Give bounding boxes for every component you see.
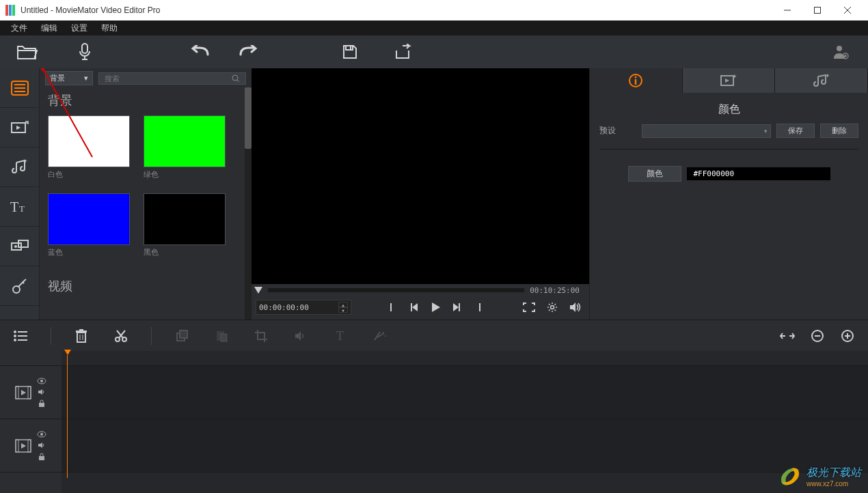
maximize-button[interactable] — [802, 0, 832, 20]
paste-button[interactable] — [212, 326, 231, 346]
speaker-icon[interactable] — [38, 389, 46, 395]
thumb-green[interactable]: 绿色 — [144, 115, 226, 180]
track-header-v1[interactable] — [0, 366, 62, 419]
lock-icon[interactable] — [38, 399, 45, 408]
close-button[interactable] — [832, 0, 863, 20]
fullscreen-button[interactable] — [519, 298, 539, 317]
timeline-menu-button[interactable] — [11, 326, 30, 346]
side-tab-media[interactable] — [0, 68, 39, 108]
speaker-icon[interactable] — [38, 442, 46, 449]
save-button[interactable] — [334, 36, 366, 68]
play-button[interactable] — [426, 298, 445, 317]
color-picker-button[interactable]: 颜色 — [628, 166, 681, 182]
preset-save-button[interactable]: 保存 — [776, 124, 815, 138]
svg-point-38 — [635, 76, 637, 79]
search-input[interactable] — [105, 74, 226, 83]
prev-frame-button[interactable] — [405, 298, 424, 317]
svg-point-66 — [385, 335, 386, 337]
account-button[interactable] — [824, 36, 857, 68]
svg-marker-31 — [432, 302, 440, 312]
thumb-label: 蓝色 — [48, 247, 130, 257]
svg-rect-0 — [5, 5, 8, 16]
cut-button[interactable] — [111, 326, 131, 346]
playhead-marker-icon[interactable] — [254, 287, 262, 294]
color-row: 颜色 #FF000000 — [599, 166, 858, 182]
svg-text:T: T — [19, 203, 25, 214]
record-voice-button[interactable] — [68, 36, 101, 68]
separator — [51, 327, 51, 345]
crop-button[interactable] — [252, 326, 271, 346]
preview-progress[interactable]: 00:10:25:00 — [252, 285, 589, 295]
side-tab-text[interactable]: TT — [0, 187, 39, 227]
svg-rect-39 — [635, 79, 636, 85]
category-dropdown[interactable]: 背景 ▾ — [45, 71, 93, 85]
lock-icon[interactable] — [38, 453, 45, 461]
watermark-logo-icon — [778, 464, 802, 489]
timecode-input[interactable]: 00:00:00:00 ▲ ▼ — [256, 300, 351, 315]
props-tab-audio[interactable]: ✦ — [775, 68, 868, 93]
timecode-step-down[interactable]: ▼ — [338, 307, 348, 313]
side-tab-audio[interactable]: + — [0, 147, 39, 187]
goto-end-button[interactable] — [467, 298, 486, 317]
track-area[interactable] — [62, 351, 868, 493]
undo-button[interactable] — [183, 36, 216, 68]
track-row-v1[interactable] — [62, 366, 868, 419]
thumb-black[interactable]: 黑色 — [144, 193, 226, 257]
svg-rect-30 — [411, 303, 412, 311]
delete-button[interactable] — [72, 326, 91, 346]
side-tab-effects[interactable] — [0, 266, 39, 306]
svg-point-77 — [40, 380, 43, 382]
track-headers — [0, 351, 62, 493]
menu-settings[interactable]: 设置 — [64, 21, 94, 36]
thumb-image — [48, 115, 130, 167]
minimize-button[interactable] — [772, 0, 802, 20]
fit-button[interactable] — [778, 326, 797, 346]
side-tab-video[interactable] — [0, 108, 39, 147]
menu-file[interactable]: 文件 — [4, 21, 34, 36]
svg-marker-86 — [38, 442, 42, 448]
window-titlebar: Untitled - MovieMator Video Editor Pro — [0, 0, 868, 20]
props-tab-video[interactable]: ✦ — [683, 68, 776, 93]
side-tab-transitions[interactable] — [0, 227, 39, 266]
timeline-ruler[interactable] — [62, 351, 868, 366]
zoom-in-button[interactable] — [838, 326, 857, 346]
menu-bar: 文件 编辑 设置 帮助 — [0, 20, 868, 36]
mute-button[interactable] — [291, 326, 310, 346]
svg-point-24 — [13, 286, 20, 293]
volume-button[interactable] — [566, 298, 585, 317]
timecode-value: 00:00:00:00 — [259, 303, 309, 312]
redo-button[interactable] — [232, 36, 265, 68]
settings-button[interactable] — [543, 298, 562, 317]
search-box[interactable] — [98, 72, 246, 85]
copy-button[interactable] — [172, 326, 191, 346]
export-button[interactable] — [387, 36, 420, 68]
open-file-button[interactable] — [11, 36, 44, 68]
eye-icon[interactable] — [37, 378, 46, 384]
category-dropdown-label: 背景 — [50, 73, 65, 83]
props-tab-info[interactable] — [590, 68, 683, 93]
preset-dropdown[interactable]: ▾ — [642, 124, 771, 138]
menu-help[interactable]: 帮助 — [94, 21, 124, 36]
thumb-blue[interactable]: 蓝色 — [48, 193, 130, 257]
thumb-label: 绿色 — [144, 169, 226, 180]
goto-start-button[interactable] — [385, 298, 404, 317]
progress-track[interactable] — [268, 288, 524, 292]
svg-point-8 — [837, 46, 842, 51]
track-row-v2[interactable] — [62, 419, 868, 473]
track-header-v2[interactable] — [0, 419, 62, 473]
zoom-out-button[interactable] — [808, 326, 827, 346]
svg-text:✦: ✦ — [732, 74, 737, 80]
thumb-white[interactable]: 白色 — [48, 115, 130, 180]
color-hex-value[interactable]: #FF000000 — [687, 167, 830, 180]
timeline-playhead[interactable] — [64, 350, 71, 478]
preset-delete-button[interactable]: 删除 — [820, 124, 858, 138]
text-button[interactable]: T — [331, 326, 350, 346]
menu-edit[interactable]: 编辑 — [34, 21, 64, 36]
svg-point-35 — [551, 306, 554, 309]
timecode-step-up[interactable]: ▲ — [338, 302, 348, 307]
video-track-icon — [15, 439, 31, 453]
eye-icon[interactable] — [37, 431, 46, 438]
effects-button[interactable] — [370, 326, 390, 346]
next-frame-button[interactable] — [446, 298, 465, 317]
media-scrollbar[interactable] — [245, 87, 252, 320]
